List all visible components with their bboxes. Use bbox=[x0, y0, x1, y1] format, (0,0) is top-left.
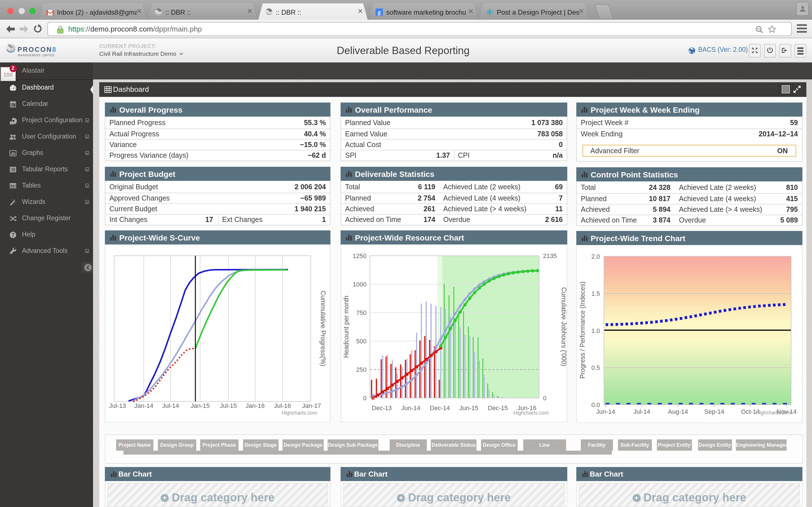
svg-text:500: 500 bbox=[356, 337, 366, 344]
svg-text:Jun-14: Jun-14 bbox=[401, 404, 420, 411]
svg-text:750: 750 bbox=[356, 309, 366, 316]
svg-text:Jul-15: Jul-15 bbox=[220, 402, 237, 409]
svg-text:Sep-14: Sep-14 bbox=[704, 408, 724, 415]
svg-text:Jul-14: Jul-14 bbox=[162, 402, 179, 409]
svg-text:1250: 1250 bbox=[353, 252, 366, 259]
svg-text:0.5: 0.5 bbox=[591, 364, 600, 371]
svg-text:Cumulative Jobhours ('000): Cumulative Jobhours ('000) bbox=[560, 287, 567, 366]
svg-text:Highcharts.com: Highcharts.com bbox=[756, 409, 791, 415]
svg-text:Dec-14: Dec-14 bbox=[430, 404, 450, 411]
svg-text:Progress / Performance (Indece: Progress / Performance (Indeces) bbox=[579, 281, 586, 378]
svg-text:g: g bbox=[378, 9, 380, 15]
svg-text:Jul-14: Jul-14 bbox=[633, 408, 650, 415]
svg-text:Jan-15: Jan-15 bbox=[191, 402, 209, 409]
svg-text:Dec-15: Dec-15 bbox=[488, 404, 508, 411]
svg-text:0: 0 bbox=[543, 394, 546, 401]
svg-text:Jan-14: Jan-14 bbox=[134, 402, 153, 409]
svg-text:Dec-13: Dec-13 bbox=[372, 404, 392, 411]
svg-text:Headcount per month: Headcount per month bbox=[343, 295, 350, 357]
svg-text:Jun-15: Jun-15 bbox=[459, 404, 478, 411]
svg-text:2.0: 2.0 bbox=[591, 252, 600, 260]
svg-text:1.5: 1.5 bbox=[591, 290, 600, 297]
svg-text:Jul-13: Jul-13 bbox=[109, 402, 126, 409]
svg-text:Highcharts.com: Highcharts.com bbox=[282, 410, 317, 415]
svg-text:Jun-14: Jun-14 bbox=[596, 408, 615, 415]
svg-text:250: 250 bbox=[356, 366, 366, 373]
svg-text:1.0: 1.0 bbox=[591, 327, 600, 334]
svg-text:Jan-16: Jan-16 bbox=[246, 402, 264, 409]
svg-text:Jul-16: Jul-16 bbox=[274, 402, 291, 409]
svg-text:Aug-14: Aug-14 bbox=[668, 408, 688, 415]
svg-text:Highcharts.com: Highcharts.com bbox=[513, 410, 549, 415]
svg-text:0.0: 0.0 bbox=[591, 401, 600, 408]
svg-text:1000: 1000 bbox=[353, 281, 366, 288]
svg-text:2135: 2135 bbox=[543, 252, 557, 259]
svg-text:0: 0 bbox=[363, 394, 366, 401]
svg-text:Cummulative Progress(%): Cummulative Progress(%) bbox=[319, 290, 327, 366]
svg-text:Jan-17: Jan-17 bbox=[302, 402, 321, 409]
